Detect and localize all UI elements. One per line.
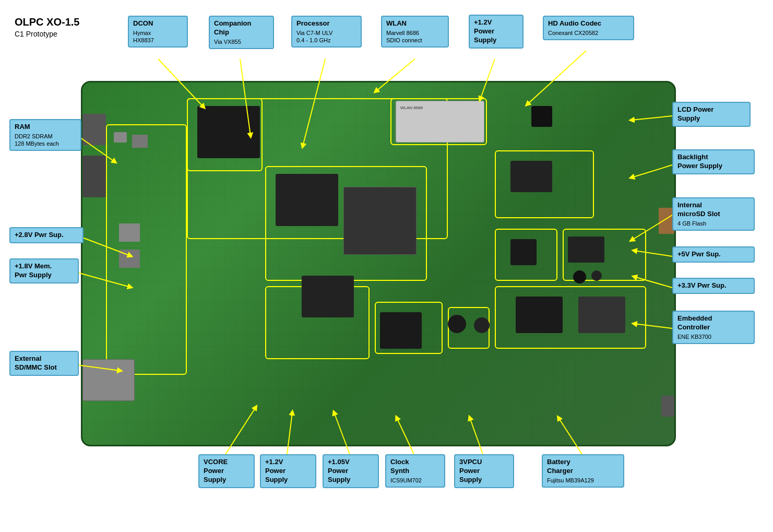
label-backlight: BacklightPower Supply <box>672 149 755 174</box>
label-battery-title: BatteryCharger <box>547 458 573 475</box>
wlan-module: WLAN 8686 <box>396 101 484 143</box>
chip-lcd-ctrl <box>510 161 552 192</box>
label-12v-bot: +1.2VPowerSupply <box>260 454 316 488</box>
chip-bot2 <box>380 312 422 349</box>
small-comp-1 <box>114 132 127 143</box>
chip-audio <box>531 106 552 127</box>
label-processor: Processor Via C7-M ULV0.4 - 1.0 GHz <box>291 16 362 48</box>
label-5v: +5V Pwr Sup. <box>672 246 755 263</box>
left-connector-2 <box>82 156 106 197</box>
chip-microsd <box>510 239 537 265</box>
label-embedded-sub: ENE KB3700 <box>677 333 750 340</box>
label-12v-bot-title: +1.2VPowerSupply <box>265 458 288 483</box>
label-dcon-sub: HymaxHX8837 <box>133 29 183 44</box>
label-5v-title: +5V Pwr Sup. <box>677 250 721 258</box>
label-microsd-sub: 4 GB Flash <box>677 220 750 227</box>
small-comp-3 <box>119 223 140 242</box>
label-33v: +3.3V Pwr Sup. <box>672 278 755 294</box>
cap-2 <box>474 317 490 333</box>
label-battery-sub: Fujitsu MB39A129 <box>547 477 619 484</box>
sd-slot-visual <box>82 359 135 401</box>
label-ram: RAM DDR2 SDRAM128 MBytes each <box>9 119 81 151</box>
label-dcon: DCON HymaxHX8837 <box>128 16 188 48</box>
pcb-board: WLAN 8686 <box>81 81 676 446</box>
label-sd-mmc: ExternalSD/MMC Slot <box>9 351 79 376</box>
label-ram-sub: DDR2 SDRAM128 MBytes each <box>15 133 76 148</box>
label-lcd-power: LCD PowerSupply <box>672 102 751 127</box>
label-18v-title: +1.8V Mem.Pwr Supply <box>15 262 52 279</box>
title-block: OLPC XO-1.5 C1 Prototype <box>15 15 79 40</box>
cap-1 <box>448 315 466 333</box>
label-3vpcu-title: 3VPCUPowerSupply <box>459 458 482 483</box>
label-105v: +1.05VPowerSupply <box>323 454 379 488</box>
label-3vpcu: 3VPCUPowerSupply <box>454 454 514 488</box>
label-microsd: InternalmicroSD Slot 4 GB Flash <box>672 197 755 231</box>
label-28v-title: +2.8V Pwr Sup. <box>15 231 64 239</box>
small-comp-4 <box>119 250 140 268</box>
label-embedded-title: EmbeddedController <box>677 314 712 331</box>
label-backlight-title: BacklightPower Supply <box>677 153 722 170</box>
label-clock-synth-sub: ICS9UM702 <box>390 477 440 484</box>
label-companion-sub: Via VX855 <box>214 38 269 45</box>
label-ram-title: RAM <box>15 123 30 131</box>
cap-4 <box>591 270 602 281</box>
chip-bot1 <box>302 276 354 317</box>
chip-5v <box>568 237 604 263</box>
label-processor-sub: Via C7-M ULV0.4 - 1.0 GHz <box>296 29 356 44</box>
cap-3 <box>573 270 586 283</box>
label-vcore: VCOREPowerSupply <box>198 454 255 488</box>
label-18v: +1.8V Mem.Pwr Supply <box>9 258 79 283</box>
label-hd-audio-sub: Conexant CX20582 <box>548 29 629 37</box>
chip-processor <box>343 187 417 255</box>
chip-battery <box>578 297 625 333</box>
chip-dcon <box>197 106 260 158</box>
ram-region <box>106 124 187 375</box>
label-embedded-ctrl: EmbeddedController ENE KB3700 <box>672 311 755 344</box>
main-container: OLPC XO-1.5 C1 Prototype WLAN 8686 <box>0 0 773 532</box>
label-12v-top: +1.2VPowerSupply <box>469 15 524 49</box>
label-hd-audio: HD Audio Codec Conexant CX20582 <box>543 16 634 40</box>
label-12v-top-title: +1.2VPowerSupply <box>474 18 496 44</box>
label-microsd-title: InternalmicroSD Slot <box>677 201 720 218</box>
label-sd-mmc-title: ExternalSD/MMC Slot <box>15 354 57 371</box>
label-wlan: WLAN Marvell 8686SDIO connect <box>381 16 449 48</box>
label-wlan-title: WLAN <box>386 19 407 27</box>
small-comp-2 <box>132 135 148 148</box>
chip-embedded <box>516 297 563 333</box>
label-companion-chip: CompanionChip Via VX855 <box>209 16 274 49</box>
label-battery-charger: BatteryCharger Fujitsu MB39A129 <box>542 454 624 488</box>
main-title: OLPC XO-1.5 <box>15 15 79 29</box>
label-companion-title: CompanionChip <box>214 19 252 36</box>
label-33v-title: +3.3V Pwr Sup. <box>677 281 727 289</box>
label-clock-synth: ClockSynth ICS9UM702 <box>385 454 445 488</box>
label-clock-synth-title: ClockSynth <box>390 458 409 475</box>
label-28v: +2.8V Pwr Sup. <box>9 227 84 243</box>
label-hd-audio-title: HD Audio Codec <box>548 19 601 27</box>
label-lcd-power-title: LCD PowerSupply <box>677 105 713 122</box>
sub-title: C1 Prototype <box>15 29 79 40</box>
label-processor-title: Processor <box>296 19 330 27</box>
left-connector-1 <box>82 114 106 145</box>
chip-companion <box>276 174 338 226</box>
label-dcon-title: DCON <box>133 19 153 27</box>
label-wlan-sub: Marvell 8686SDIO connect <box>386 29 444 44</box>
right-connector-2 <box>661 396 674 417</box>
label-105v-title: +1.05VPowerSupply <box>328 458 350 483</box>
label-vcore-title: VCOREPowerSupply <box>204 458 228 483</box>
